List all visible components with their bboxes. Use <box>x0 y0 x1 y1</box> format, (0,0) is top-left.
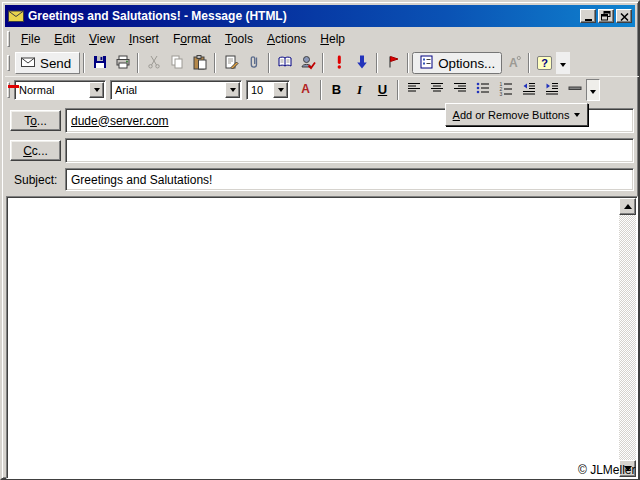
style-dropdown-button[interactable] <box>89 82 104 98</box>
subject-input[interactable]: Greetings and Salutations! <box>65 168 634 191</box>
menu-insert[interactable]: Insert <box>122 29 166 49</box>
menu-label: ools <box>231 32 253 46</box>
font-color-bar <box>8 85 19 88</box>
toolbar-options-button[interactable] <box>556 52 570 74</box>
toolbar-separator <box>268 53 270 73</box>
options-label: Options... <box>438 56 495 71</box>
to-recipient[interactable]: dude@server.com <box>71 114 169 128</box>
paste-button[interactable] <box>188 52 211 74</box>
menu-file[interactable]: File <box>14 29 47 49</box>
to-button[interactable]: To... <box>10 110 61 131</box>
copy-button[interactable] <box>165 52 188 74</box>
menu-label: ctions <box>275 32 306 46</box>
help-button[interactable]: ? <box>533 52 556 74</box>
attach-paperclip-icon <box>246 54 262 73</box>
font-dropdown-button[interactable] <box>225 82 240 98</box>
attach-file-button[interactable] <box>242 52 265 74</box>
importance-high-icon <box>331 54 347 73</box>
cc-label-post: c... <box>32 144 48 158</box>
numbering-button[interactable]: 1 2 3 <box>494 79 517 101</box>
font-combobox[interactable]: Arial <box>110 80 242 100</box>
toolbar-separator <box>528 53 530 73</box>
message-window: Greetings and Salutations! - Message (HT… <box>0 0 640 480</box>
add-remove-buttons-menu-item[interactable]: Add or Remove Buttons <box>445 103 588 126</box>
font-size-combobox[interactable]: 10 <box>246 80 290 100</box>
copy-icon <box>169 54 185 73</box>
chevron-down-icon <box>230 88 236 92</box>
menu-label: iew <box>97 32 115 46</box>
to-label-post: ... <box>37 114 47 128</box>
close-icon <box>620 9 629 24</box>
increase-indent-button[interactable] <box>540 79 563 101</box>
horizontal-line-button[interactable] <box>563 79 586 101</box>
align-right-button[interactable] <box>448 79 471 101</box>
importance-high-button[interactable] <box>327 52 350 74</box>
check-names-icon <box>300 54 316 73</box>
minimize-icon <box>585 19 592 21</box>
restore-button[interactable] <box>598 9 614 23</box>
align-left-button[interactable] <box>402 79 425 101</box>
font-color-icon: A <box>301 84 310 95</box>
cc-input[interactable] <box>65 138 634 163</box>
minimize-button[interactable] <box>580 9 596 23</box>
menu-label: V <box>89 32 97 46</box>
menu-label: H <box>320 32 329 46</box>
help-question-mark: ? <box>541 57 548 69</box>
toolbar-separator <box>214 53 216 73</box>
subject-label: Subject: <box>14 173 57 187</box>
increase-indent-icon <box>544 80 560 99</box>
print-button[interactable] <box>111 52 134 74</box>
formatting-toolbar: Normal Arial 10 A B I U <box>5 76 639 102</box>
style-combobox[interactable]: Normal <box>14 80 106 100</box>
scroll-up-button[interactable] <box>619 198 636 215</box>
menu-actions[interactable]: Actions <box>260 29 313 49</box>
decrease-indent-button[interactable] <box>517 79 540 101</box>
font-color-button[interactable]: A <box>294 79 317 101</box>
toolbar-grip[interactable] <box>7 82 10 98</box>
toolbar-separator <box>376 53 378 73</box>
paste-icon <box>192 54 208 73</box>
signature-button[interactable] <box>219 52 242 74</box>
check-names-button[interactable] <box>296 52 319 74</box>
menu-bar: File Edit View Insert Format Tools Actio… <box>5 28 639 50</box>
menu-label: nsert <box>132 32 159 46</box>
toolbar-grip[interactable] <box>7 55 10 71</box>
toolbar-separator <box>320 80 322 100</box>
autoformat-button[interactable]: A <box>502 52 525 74</box>
importance-low-button[interactable] <box>350 52 373 74</box>
menu-help[interactable]: Help <box>313 29 352 49</box>
close-button[interactable] <box>616 9 632 23</box>
send-button[interactable]: Send <box>15 52 80 74</box>
align-center-button[interactable] <box>425 79 448 101</box>
options-button[interactable]: Options... <box>412 52 502 74</box>
menubar-grip[interactable] <box>7 31 10 47</box>
print-icon <box>115 54 131 73</box>
message-body[interactable] <box>6 196 638 479</box>
titlebar[interactable]: Greetings and Salutations! - Message (HT… <box>5 5 635 27</box>
bold-button[interactable]: B <box>325 79 348 101</box>
restore-icon <box>601 9 611 24</box>
underline-button[interactable]: U <box>371 79 394 101</box>
cut-icon <box>146 54 162 73</box>
cut-button[interactable] <box>142 52 165 74</box>
flag-follow-up-button[interactable] <box>381 52 404 74</box>
menu-view[interactable]: View <box>82 29 122 49</box>
cc-label-accel: C <box>23 144 32 158</box>
svg-text:3: 3 <box>499 91 502 97</box>
vertical-scrollbar[interactable] <box>619 198 636 477</box>
align-right-icon <box>452 80 468 99</box>
menu-edit[interactable]: Edit <box>47 29 82 49</box>
italic-button[interactable]: I <box>348 79 371 101</box>
address-book-icon <box>277 54 293 73</box>
chevron-down-icon <box>94 88 100 92</box>
toolbar-options-button[interactable] <box>586 79 600 101</box>
menu-tools[interactable]: Tools <box>218 29 260 49</box>
menu-label: dit <box>62 32 75 46</box>
menu-format[interactable]: Format <box>166 29 218 49</box>
bullets-button[interactable] <box>471 79 494 101</box>
save-button[interactable] <box>88 52 111 74</box>
cc-button[interactable]: Cc... <box>10 140 61 161</box>
chevron-down-icon <box>278 88 284 92</box>
font-size-dropdown-button[interactable] <box>273 82 288 98</box>
address-book-button[interactable] <box>273 52 296 74</box>
